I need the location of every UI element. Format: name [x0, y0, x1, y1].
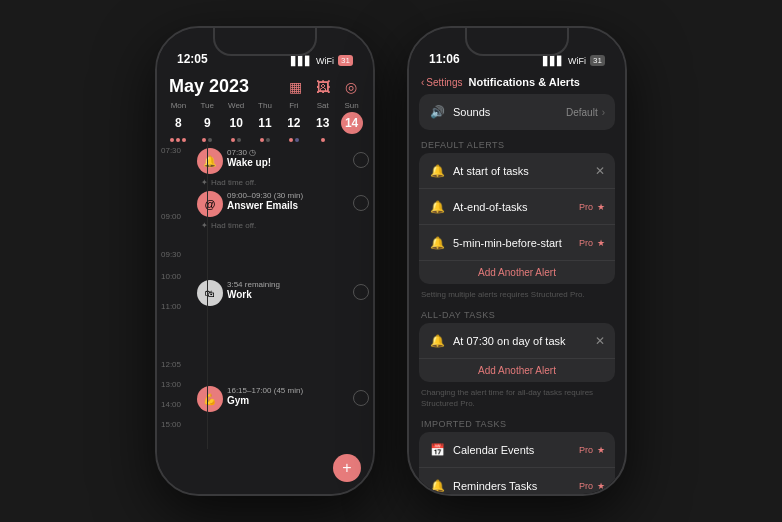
gym-check[interactable]	[353, 390, 369, 406]
left-status-bar: 12:05 ▋▋▋ WiFi 31	[157, 28, 373, 72]
work-check[interactable]	[353, 284, 369, 300]
day-col-sat[interactable]: Sat 13	[309, 101, 336, 144]
time-label-1500: 15:00	[161, 420, 181, 429]
left-status-icons: ▋▋▋ WiFi 31	[291, 55, 353, 66]
alert-row-allday[interactable]: 🔔 At 07:30 on day of task ✕	[419, 323, 615, 359]
sounds-label: Sounds	[453, 106, 566, 118]
add-event-fab[interactable]: +	[333, 454, 361, 482]
emails-info: 09:00–09:30 (30 min) Answer Emails	[227, 191, 353, 211]
alert-remove-allday[interactable]: ✕	[595, 334, 605, 348]
emails-time: 09:00–09:30 (30 min)	[227, 191, 353, 200]
right-phone: 11:06 ▋▋▋ WiFi 31 ‹ Settings Notificatio…	[407, 26, 627, 496]
calendar-events-pro: Pro	[579, 445, 593, 455]
event-wakeup: 🔔 07:30 ◷ Wake up!	[197, 148, 369, 174]
time-label-1205: 12:05	[161, 360, 181, 369]
alert-pro-5min: Pro	[579, 238, 593, 248]
timeline-line	[207, 144, 208, 449]
note-1: ✦ Had time off.	[201, 178, 369, 187]
week-row: Mon 8 Tue 9 Wed	[157, 101, 373, 144]
left-time: 12:05	[177, 52, 208, 66]
right-battery-icon: 31	[590, 55, 605, 66]
calendar-events-right: Pro ★	[579, 445, 605, 455]
sounds-row[interactable]: 🔊 Sounds Default ›	[419, 94, 615, 130]
wakeup-time: 07:30 ◷	[227, 148, 353, 157]
alert-icon-allday: 🔔	[429, 334, 445, 348]
gym-info: 16:15–17:00 (45 min) Gym	[227, 386, 353, 406]
alert-pro-end: Pro	[579, 202, 593, 212]
photo-icon[interactable]: 🖼	[313, 77, 333, 97]
reminders-star: ★	[597, 481, 605, 491]
calendar-title: May 2023	[169, 76, 249, 97]
chevron-left-icon: ‹	[421, 77, 424, 88]
emails-icon-circle: @	[197, 191, 223, 217]
day-col-wed[interactable]: Wed 10	[223, 101, 250, 144]
day-col-mon[interactable]: Mon 8	[165, 101, 192, 144]
emails-check[interactable]	[353, 195, 369, 211]
gym-time: 16:15–17:00 (45 min)	[227, 386, 353, 395]
reminders-pro: Pro	[579, 481, 593, 491]
circle-icon[interactable]: ◎	[341, 77, 361, 97]
alert-right-end: Pro ★	[579, 202, 605, 212]
right-status-bar: 11:06 ▋▋▋ WiFi 31	[409, 28, 625, 72]
add-allday-alert[interactable]: Add Another Alert	[419, 359, 615, 382]
day-col-thu[interactable]: Thu 11	[252, 101, 279, 144]
reminders-icon: 🔔	[429, 479, 445, 493]
back-button[interactable]: ‹ Settings	[421, 77, 462, 88]
settings-page-title: Notifications & Alerts	[468, 76, 579, 88]
reminders-right: Pro ★	[579, 481, 605, 491]
wakeup-info: 07:30 ◷ Wake up!	[227, 148, 353, 168]
alert-row-start[interactable]: 🔔 At start of tasks ✕	[419, 153, 615, 189]
alert-icon-end: 🔔	[429, 200, 445, 214]
wakeup-check[interactable]	[353, 152, 369, 168]
event-gym: 💪 16:15–17:00 (45 min) Gym	[197, 386, 369, 412]
default-alerts-info: Setting multiple alerts requires Structu…	[409, 288, 625, 304]
all-day-tasks-label: ALL-DAY TASKS	[409, 304, 625, 323]
day-col-sun[interactable]: Sun 14	[338, 101, 365, 144]
calendar-header-icons: ▦ 🖼 ◎	[285, 77, 361, 97]
time-label-900: 09:00	[161, 212, 181, 221]
reminders-tasks-row[interactable]: 🔔 Reminders Tasks Pro ★	[419, 468, 615, 494]
gym-title: Gym	[227, 395, 353, 406]
alert-row-end[interactable]: 🔔 At-end-of-tasks Pro ★	[419, 189, 615, 225]
calendar-events-row[interactable]: 📅 Calendar Events Pro ★	[419, 432, 615, 468]
add-default-alert[interactable]: Add Another Alert	[419, 261, 615, 284]
calendar-events-star: ★	[597, 445, 605, 455]
note-2: ✦ Had time off.	[201, 221, 369, 230]
right-time: 11:06	[429, 52, 460, 66]
reminders-text: Reminders Tasks	[453, 480, 579, 492]
default-alerts-card: 🔔 At start of tasks ✕ 🔔 At-end-of-tasks …	[419, 153, 615, 284]
alert-star-5min: ★	[597, 238, 605, 248]
day-col-fri[interactable]: Fri 12	[280, 101, 307, 144]
battery-icon: 31	[338, 55, 353, 66]
note-text-2: Had time off.	[211, 221, 256, 230]
sounds-right: Default ›	[566, 107, 605, 118]
back-label: Settings	[426, 77, 462, 88]
time-label-1100: 11:00	[161, 302, 181, 311]
emails-title: Answer Emails	[227, 200, 353, 211]
work-info: 3:54 remaining Work	[227, 280, 353, 300]
alert-remove-start[interactable]: ✕	[595, 164, 605, 178]
day-col-tue[interactable]: Tue 9	[194, 101, 221, 144]
wakeup-title: Wake up!	[227, 157, 353, 168]
time-label-730: 07:30	[161, 146, 181, 155]
grid-icon[interactable]: ▦	[285, 77, 305, 97]
imported-tasks-card: 📅 Calendar Events Pro ★ 🔔 Reminders Task…	[419, 432, 615, 494]
alert-text-end: At-end-of-tasks	[453, 201, 579, 213]
sounds-icon: 🔊	[429, 105, 445, 119]
right-signal-icon: ▋▋▋	[543, 56, 564, 66]
note-text-1: Had time off.	[211, 178, 256, 187]
work-remaining: 3:54 remaining	[227, 280, 353, 289]
alert-text-5min: 5-min-min-before-start	[453, 237, 579, 249]
right-wifi-icon: WiFi	[568, 56, 586, 66]
alert-right-5min: Pro ★	[579, 238, 605, 248]
alert-row-5min[interactable]: 🔔 5-min-min-before-start Pro ★	[419, 225, 615, 261]
calendar-header: May 2023 ▦ 🖼 ◎	[157, 72, 373, 101]
imported-tasks-label: IMPORTED TASKS	[409, 413, 625, 432]
wakeup-icon-circle: 🔔	[197, 148, 223, 174]
alert-icon-5min: 🔔	[429, 236, 445, 250]
work-icon-circle: 🛍	[197, 280, 223, 306]
event-work: 🛍 3:54 remaining Work	[197, 280, 369, 306]
wifi-icon: WiFi	[316, 56, 334, 66]
scene: 12:05 ▋▋▋ WiFi 31 May 2023 ▦ 🖼 ◎	[155, 26, 627, 496]
alert-icon-start: 🔔	[429, 164, 445, 178]
